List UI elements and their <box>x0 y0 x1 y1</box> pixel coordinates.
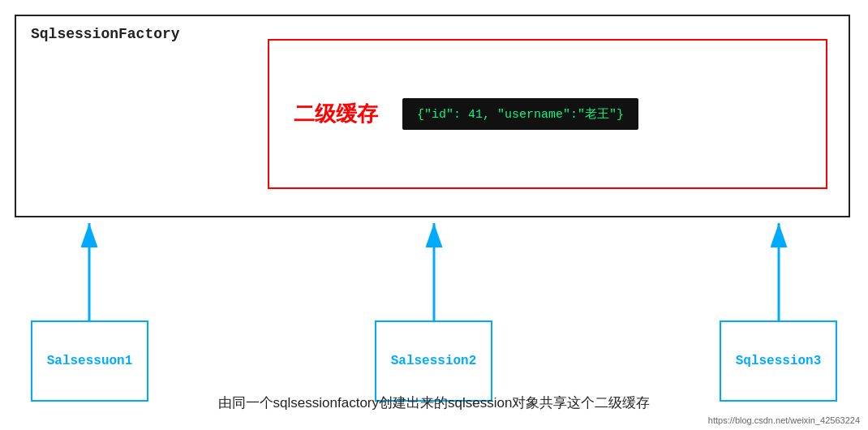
factory-label: SqlsessionFactory <box>31 26 180 42</box>
cache-label: 二级缓存 <box>294 100 378 128</box>
bottom-description: 由同一个sqlsessionfactory创建出来的sqlsession对象共享… <box>218 393 651 412</box>
cache-data: {"id": 41, "username":"老王"} <box>402 98 638 130</box>
factory-container: SqlsessionFactory 二级缓存 {"id": 41, "usern… <box>15 15 850 217</box>
session-box-2: Salsession2 <box>375 320 492 402</box>
session-label-1: Salsessuon1 <box>47 354 133 368</box>
watermark: https://blog.csdn.net/weixin_42563224 <box>708 415 860 425</box>
session-box-3: Sqlsession3 <box>720 320 837 402</box>
cache-box: 二级缓存 {"id": 41, "username":"老王"} <box>268 39 827 189</box>
session-label-3: Sqlsession3 <box>736 354 822 368</box>
session-box-1: Salsessuon1 <box>31 320 148 402</box>
session-label-2: Salsession2 <box>391 354 477 368</box>
